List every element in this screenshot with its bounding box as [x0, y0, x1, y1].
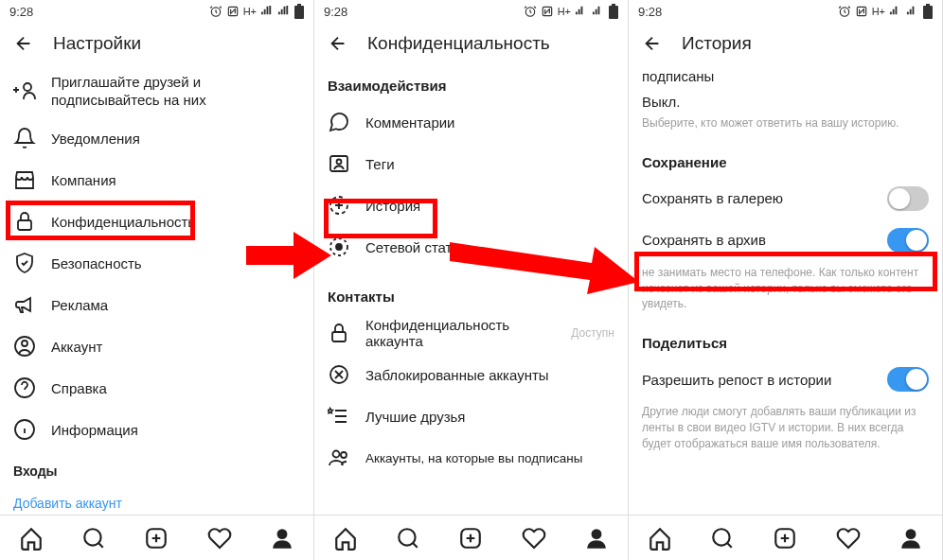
- alarm-icon: [209, 5, 222, 18]
- row-account[interactable]: Аккаунт: [0, 325, 313, 367]
- lock-icon: [328, 322, 350, 344]
- status-time: 9:28: [324, 5, 347, 19]
- svg-point-33: [714, 529, 730, 545]
- row-comments[interactable]: Комментарии: [314, 101, 628, 143]
- battery-icon: [609, 4, 618, 19]
- label: Заблокированные аккаунты: [365, 367, 549, 383]
- status-bar: 9:28 H+: [629, 0, 942, 23]
- home-icon[interactable]: [333, 526, 358, 551]
- label: Сетевой статус: [365, 239, 467, 255]
- label: История: [365, 198, 420, 214]
- search-icon[interactable]: [81, 526, 106, 551]
- svg-rect-5: [18, 220, 31, 230]
- row-business[interactable]: Компания: [0, 159, 313, 201]
- section-contacts: Контакты: [314, 275, 628, 312]
- bell-icon: [13, 127, 36, 149]
- megaphone-icon: [13, 293, 36, 316]
- search-icon[interactable]: [396, 526, 420, 551]
- label: Конфиденциальность аккаунта: [365, 317, 556, 349]
- svg-point-12: [276, 529, 287, 539]
- add-post-icon[interactable]: [144, 526, 169, 551]
- profile-icon[interactable]: [270, 526, 294, 551]
- page-title: Конфиденциальность: [367, 33, 550, 54]
- svg-rect-3: [297, 4, 301, 6]
- privacy-list: Взаимодействия Комментарии Теги История …: [314, 64, 628, 515]
- signal-icon: [575, 5, 588, 18]
- screen-story: 9:28 H+ История подписаны Выкл. Выберите…: [629, 0, 943, 560]
- heart-icon[interactable]: [836, 526, 861, 551]
- status-icons: H+: [209, 4, 304, 19]
- activity-icon: [328, 236, 350, 258]
- label: Компания: [51, 172, 116, 188]
- status-time: 9:28: [638, 5, 662, 19]
- nfc-icon: [541, 5, 554, 18]
- heart-icon[interactable]: [522, 526, 546, 551]
- row-security[interactable]: Безопасность: [0, 242, 313, 284]
- signal-icon-2: [592, 5, 605, 18]
- home-icon[interactable]: [19, 526, 44, 551]
- row-tags[interactable]: Теги: [314, 143, 628, 184]
- back-icon[interactable]: [328, 33, 348, 54]
- add-account-link[interactable]: Добавить аккаунт: [0, 486, 313, 515]
- info-icon: [13, 418, 36, 441]
- label: Реклама: [51, 297, 108, 313]
- svg-point-21: [336, 244, 342, 250]
- network-type: H+: [558, 6, 571, 17]
- row-following[interactable]: Аккаунты, на которые вы подписаны: [314, 437, 628, 479]
- list-star-icon: [328, 405, 350, 428]
- search-icon[interactable]: [710, 526, 735, 551]
- row-blocked[interactable]: Заблокированные аккаунты: [314, 354, 628, 395]
- add-post-icon[interactable]: [458, 526, 483, 551]
- battery-icon: [294, 4, 304, 19]
- people-icon: [328, 446, 350, 469]
- profile-icon[interactable]: [899, 526, 923, 551]
- lock-icon: [13, 210, 36, 233]
- label: Аккаунты, на которые вы подписаны: [365, 451, 582, 465]
- svg-rect-31: [923, 6, 933, 19]
- label: Лучшие друзья: [365, 409, 466, 425]
- back-icon[interactable]: [13, 33, 34, 54]
- screen-privacy: 9:28 H+ Конфиденциальность Взаимодействи…: [314, 0, 629, 560]
- toggle-save-gallery[interactable]: [887, 186, 929, 211]
- row-activity-status[interactable]: Сетевой статус: [314, 226, 628, 268]
- reply-hint: Выберите, кто может ответить на вашу ист…: [629, 112, 942, 141]
- row-save-archive[interactable]: Сохранять в архив: [629, 219, 942, 261]
- heart-icon[interactable]: [207, 526, 232, 551]
- toggle-save-archive[interactable]: [887, 228, 929, 253]
- row-story[interactable]: История: [314, 184, 628, 226]
- comment-icon: [328, 111, 350, 133]
- label: Уведомления: [51, 131, 140, 147]
- svg-point-18: [337, 160, 342, 165]
- row-ads[interactable]: Реклама: [0, 284, 313, 325]
- row-help[interactable]: Справка: [0, 367, 313, 409]
- back-icon[interactable]: [642, 33, 663, 54]
- label: Разрешить репост в истории: [642, 372, 831, 388]
- state: Доступн: [571, 326, 614, 340]
- svg-point-25: [341, 452, 347, 458]
- row-privacy[interactable]: Конфиденциальность: [0, 201, 313, 242]
- toggle-allow-reshare[interactable]: [887, 367, 929, 392]
- row-about[interactable]: Информация: [0, 409, 313, 450]
- row-notifications[interactable]: Уведомления: [0, 117, 313, 159]
- add-post-icon[interactable]: [773, 526, 797, 551]
- screen-settings: 9:28 H+ Настройки Приглашайте друзей и п…: [0, 0, 314, 560]
- svg-point-10: [85, 529, 101, 545]
- row-invite-friends[interactable]: Приглашайте друзей и подписывайтесь на н…: [0, 64, 313, 117]
- row-close-friends[interactable]: Лучшие друзья: [314, 395, 628, 437]
- home-icon[interactable]: [648, 526, 672, 551]
- svg-point-7: [22, 341, 27, 346]
- label: Сохранять в галерею: [642, 190, 783, 206]
- row-save-gallery[interactable]: Сохранять в галерею: [629, 178, 942, 219]
- status-time: 9:28: [9, 5, 33, 19]
- section-save: Сохранение: [629, 141, 942, 178]
- label: Комментарии: [365, 114, 454, 131]
- profile-icon[interactable]: [584, 526, 609, 551]
- row-allow-reshare[interactable]: Разрешить репост в истории: [629, 359, 942, 400]
- network-type: H+: [243, 6, 257, 17]
- row-account-privacy[interactable]: Конфиденциальность аккаунта Доступн: [314, 312, 628, 354]
- signal-icon-2: [906, 5, 919, 18]
- battery-icon: [923, 4, 933, 19]
- signal-icon: [260, 5, 274, 18]
- share-hint: Другие люди смогут добавлять ваши публик…: [629, 400, 942, 461]
- label: Приглашайте друзей и подписывайтесь на н…: [51, 73, 269, 110]
